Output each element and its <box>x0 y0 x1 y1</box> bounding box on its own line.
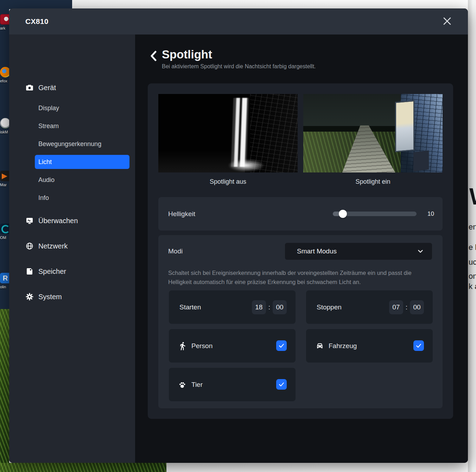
app-icon <box>0 224 9 234</box>
desktop-wallpaper-grass <box>0 309 9 472</box>
mode-selected-value: Smart Modus <box>285 247 337 255</box>
person-running-icon <box>178 341 187 351</box>
stop-minute-input[interactable]: 00 <box>410 300 424 314</box>
modes-card: Modi Smart Modus Schaltet sich bei Ereig… <box>158 235 443 408</box>
desktop-icon[interactable]: ark <box>0 14 9 30</box>
sidebar-item-audio[interactable]: Audio <box>9 171 135 189</box>
modes-label: Modi <box>168 235 183 268</box>
brightness-card: Helligkeit 10 <box>158 197 443 231</box>
desktop-icon[interactable]: iskM <box>0 118 9 134</box>
stop-time-card: Stoppen 07 : 00 <box>306 290 433 324</box>
page-text-fragment: en <box>469 222 476 232</box>
reolink-icon: R <box>0 273 9 283</box>
sidebar-item-label: System <box>38 293 62 301</box>
desktop-icon[interactable]: R olin <box>0 273 9 289</box>
desktop-icon-caption: efox <box>0 79 9 83</box>
desktop-wallpaper-top <box>0 0 72 9</box>
detection-label: Fahrzeug <box>329 329 357 363</box>
sidebar-item-geraet[interactable]: Gerät <box>9 81 135 95</box>
dialog-header: CX810 <box>9 8 468 34</box>
close-icon <box>443 17 452 26</box>
page-title: Spotlight <box>162 48 316 61</box>
start-time: 18 : 00 <box>252 290 287 324</box>
mode-description: Schaltet sich bei Ereigniserkennung inne… <box>168 268 428 287</box>
settings-sidebar: Gerät Display Stream Bewegungserkennung … <box>9 34 135 463</box>
animal-checkbox-checked[interactable] <box>276 379 287 390</box>
brightness-slider[interactable] <box>333 212 417 216</box>
monitor-icon <box>25 216 34 225</box>
brightness-value: 10 <box>427 197 434 231</box>
sidebar-item-system[interactable]: System <box>9 290 135 304</box>
desktop-icon-caption: ark <box>0 26 9 30</box>
page-subtitle: Bei aktiviertem Spotlight wird die Nacht… <box>162 63 316 70</box>
start-label: Starten <box>179 290 201 324</box>
start-hour-input[interactable]: 18 <box>252 300 266 314</box>
night-vision-image-off <box>158 94 298 172</box>
vehicle-checkbox-checked[interactable] <box>413 340 424 351</box>
spotlight-panel: Spotlight aus Spotlight ein <box>148 83 453 419</box>
detection-animal-card: Tier <box>169 368 296 401</box>
sidebar-item-info[interactable]: Info <box>9 189 135 207</box>
page-text-fragment: uc <box>469 258 476 267</box>
sidebar-item-display[interactable]: Display <box>9 99 135 117</box>
chevron-left-icon <box>150 51 157 61</box>
start-time-card: Starten 18 : 00 <box>169 290 296 324</box>
page-text-fragment: k a <box>469 282 476 291</box>
desktop-icon[interactable]: Mar <box>0 171 9 187</box>
chevron-down-icon <box>417 247 424 255</box>
sidebar-item-speicher[interactable]: Speicher <box>9 264 135 278</box>
sidebar-item-licht-selected[interactable]: Licht <box>35 155 129 169</box>
app-icon <box>0 14 9 25</box>
gear-icon <box>25 292 34 301</box>
browser-page-edge: W en e k uc on k a <box>468 0 476 472</box>
desktop-icon[interactable]: efox <box>0 67 9 83</box>
sidebar-item-netzwerk[interactable]: Netzwerk <box>9 239 135 253</box>
preview-caption: Spotlight ein <box>303 178 443 185</box>
page-text-fragment: e k <box>469 243 476 252</box>
detection-vehicle-card: Fahrzeug <box>306 329 433 363</box>
camera-icon <box>25 83 34 92</box>
device-subsections: Display Stream Bewegungserkennung Licht … <box>9 99 135 207</box>
person-checkbox-checked[interactable] <box>276 340 287 351</box>
sidebar-item-label: Licht <box>38 158 52 166</box>
globe-icon <box>25 242 34 250</box>
sidebar-item-stream[interactable]: Stream <box>9 117 135 135</box>
sidebar-item-label: Audio <box>38 176 55 184</box>
sidebar-item-label: Bewegungserkennung <box>38 140 101 148</box>
desktop-icon-caption: olin <box>0 285 9 289</box>
sidebar-item-label: Gerät <box>38 84 56 92</box>
paw-icon <box>178 380 187 389</box>
sidebar-item-ueberwachen[interactable]: Überwachen <box>9 214 135 228</box>
desktop-icon[interactable]: OM <box>0 224 9 240</box>
detection-label: Person <box>191 329 212 363</box>
image-art <box>395 100 414 152</box>
app-icon <box>0 171 9 181</box>
stopwatch-icon <box>0 118 9 128</box>
time-separator: : <box>268 303 270 311</box>
close-button[interactable] <box>442 16 452 27</box>
detection-person-card: Person <box>169 329 296 363</box>
spotlight-settings-page: Spotlight Bei aktiviertem Spotlight wird… <box>135 34 468 463</box>
stop-time: 07 : 00 <box>389 290 424 324</box>
storage-icon <box>25 267 34 276</box>
stop-hour-input[interactable]: 07 <box>389 300 403 314</box>
back-button[interactable] <box>150 51 157 61</box>
mode-select[interactable]: Smart Modus <box>285 243 432 260</box>
vehicle-icon <box>315 341 324 351</box>
sidebar-item-label: Stream <box>38 122 59 130</box>
sidebar-item-label: Speicher <box>38 268 66 276</box>
slider-thumb[interactable] <box>339 210 347 218</box>
desktop-wallpaper-grass-bottom <box>0 463 166 472</box>
sidebar-item-label: Überwachen <box>38 217 78 225</box>
check-icon <box>415 342 422 349</box>
sidebar-item-bewegungserkennung[interactable]: Bewegungserkennung <box>9 135 135 153</box>
start-minute-input[interactable]: 00 <box>273 300 287 314</box>
preview-comparison: Spotlight aus Spotlight ein <box>158 94 443 185</box>
sidebar-item-label: Netzwerk <box>38 242 68 250</box>
preview-caption: Spotlight aus <box>158 178 298 185</box>
night-vision-image-on <box>303 94 443 172</box>
desktop-icon-caption: Mar <box>0 183 9 187</box>
dialog-title: CX810 <box>25 17 49 26</box>
desktop-icon-caption: iskM <box>0 130 9 134</box>
page-text-fragment: W <box>469 183 476 210</box>
